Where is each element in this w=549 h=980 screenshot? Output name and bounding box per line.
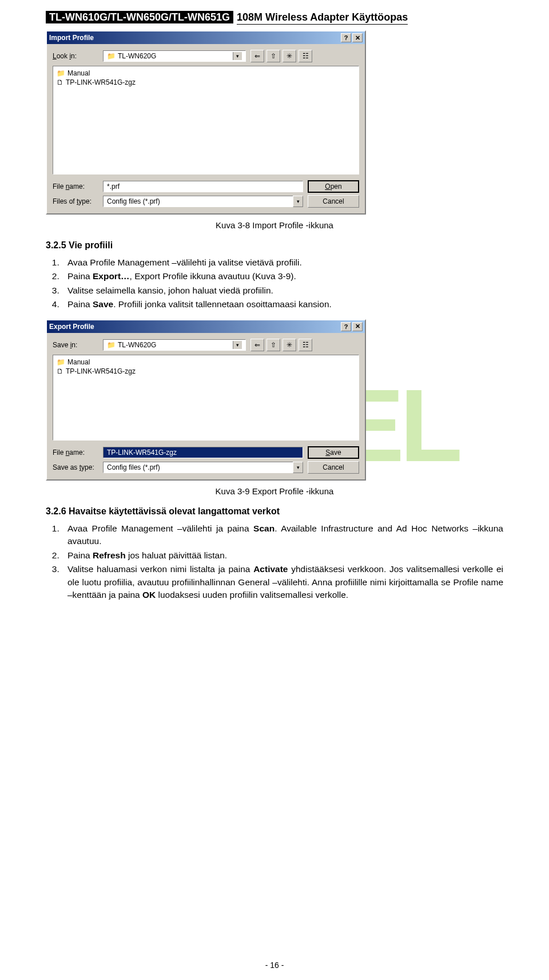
export-title-text: Export Profile — [49, 323, 94, 331]
page-number: - 16 - — [0, 961, 549, 970]
saveas-label: Save as type: — [53, 463, 98, 471]
list-item[interactable]: Manual — [55, 358, 356, 367]
section-3.2.5-list: Avaa Profile Management –välilehti ja va… — [46, 256, 503, 311]
filename-label: File name: — [53, 182, 98, 191]
export-titlebar: Export Profile ? ✕ — [47, 320, 365, 333]
filetype-combo[interactable]: Config files (*.prf) — [103, 196, 303, 207]
savein-combo[interactable]: TL-WN620G — [103, 339, 246, 351]
lookin-label: Look in: — [53, 52, 98, 60]
list-item: Valitse selaimella kansio, johon haluat … — [62, 284, 503, 297]
nav-view-button[interactable]: ☷ — [299, 50, 312, 62]
file-name: TP-LINK-WR541G-zgz — [66, 78, 136, 86]
filename-input[interactable]: *.prf — [103, 181, 303, 192]
nav-newfolder-button[interactable]: ✳ — [283, 339, 296, 351]
saveas-value: Config files (*.prf) — [107, 463, 160, 471]
saveas-combo[interactable]: Config files (*.prf) — [103, 462, 303, 473]
cancel-button[interactable]: Cancel — [308, 461, 359, 474]
lookin-combo[interactable]: TL-WN620G — [103, 50, 246, 62]
list-item: Avaa Profile Management –välilehti ja pa… — [62, 522, 503, 548]
list-item[interactable]: Manual — [55, 69, 356, 78]
list-item: Paina Save. Profiili jonka valitsit tall… — [62, 298, 503, 311]
chevron-down-icon[interactable] — [233, 52, 242, 60]
save-button[interactable]: Save — [308, 446, 359, 459]
help-button[interactable]: ? — [341, 33, 351, 42]
open-button[interactable]: Open — [308, 180, 359, 193]
file-icon — [57, 78, 63, 86]
nav-view-button[interactable]: ☷ — [299, 339, 312, 351]
file-name: Manual — [67, 69, 90, 77]
nav-back-button[interactable]: ⇐ — [250, 50, 264, 62]
caption-3-9: Kuva 3-9 Export Profile -ikkuna — [46, 486, 503, 496]
caption-3-8: Kuva 3-8 Import Profile -ikkuna — [46, 220, 503, 230]
close-button[interactable]: ✕ — [352, 322, 363, 331]
file-name: Manual — [67, 358, 90, 366]
cancel-button[interactable]: Cancel — [308, 195, 359, 208]
list-item: Valitse haluamasi verkon nimi listalta j… — [62, 563, 503, 601]
list-item[interactable]: TP-LINK-WR541G-zgz — [55, 367, 356, 376]
filename-value: *.prf — [107, 182, 120, 191]
savein-label: Save in: — [53, 341, 98, 349]
doc-header: TL-WN610G/TL-WN650G/TL-WN651G108M Wirele… — [46, 11, 503, 23]
import-filelist[interactable]: Manual TP-LINK-WR541G-zgz — [53, 66, 359, 174]
lookin-value: TL-WN620G — [118, 52, 230, 60]
file-name: TP-LINK-WR541G-zgz — [66, 367, 136, 375]
nav-up-button[interactable]: ⇧ — [266, 339, 280, 351]
import-titlebar: Import Profile ? ✕ — [47, 31, 365, 44]
import-profile-dialog: Import Profile ? ✕ Look in: TL-WN620G ⇐ — [46, 30, 366, 215]
list-item: Paina Refresh jos haluat päivittää lista… — [62, 549, 503, 562]
savein-value: TL-WN620G — [118, 341, 230, 349]
nav-newfolder-button[interactable]: ✳ — [283, 50, 296, 62]
section-3.2.5-heading: 3.2.5 Vie profiili — [46, 240, 503, 251]
list-item[interactable]: TP-LINK-WR541G-zgz — [55, 78, 356, 87]
folder-icon — [107, 341, 116, 349]
folder-icon — [57, 69, 65, 77]
header-models: TL-WN610G/TL-WN650G/TL-WN651G — [46, 11, 233, 23]
section-3.2.6-list: Avaa Profile Management –välilehti ja pa… — [46, 522, 503, 602]
filename-value: TP-LINK-WR541G-zgz — [107, 449, 177, 457]
list-item: Paina Export…, Export Profile ikkuna ava… — [62, 270, 503, 283]
section-3.2.6-heading: 3.2.6 Havaitse käytettävissä olevat lang… — [46, 506, 503, 517]
file-icon — [57, 367, 63, 375]
filename-label: File name: — [53, 449, 98, 457]
filetype-label: Files of type: — [53, 197, 98, 205]
chevron-down-icon[interactable] — [233, 341, 242, 349]
folder-icon — [57, 358, 65, 366]
chevron-down-icon[interactable] — [293, 462, 303, 473]
help-button[interactable]: ? — [341, 322, 351, 331]
import-title-text: Import Profile — [49, 34, 94, 42]
filetype-value: Config files (*.prf) — [107, 197, 160, 205]
close-button[interactable]: ✕ — [352, 33, 363, 42]
header-title: 108M Wireless Adapter Käyttöopas — [237, 11, 408, 25]
export-filelist[interactable]: Manual TP-LINK-WR541G-zgz — [53, 355, 359, 441]
filename-input[interactable]: TP-LINK-WR541G-zgz — [103, 447, 303, 458]
folder-icon — [107, 52, 116, 60]
chevron-down-icon[interactable] — [293, 196, 303, 207]
nav-back-button[interactable]: ⇐ — [250, 339, 264, 351]
nav-up-button[interactable]: ⇧ — [266, 50, 280, 62]
export-profile-dialog: Export Profile ? ✕ Save in: TL-WN620G ⇐ — [46, 319, 366, 481]
list-item: Avaa Profile Management –välilehti ja va… — [62, 256, 503, 269]
